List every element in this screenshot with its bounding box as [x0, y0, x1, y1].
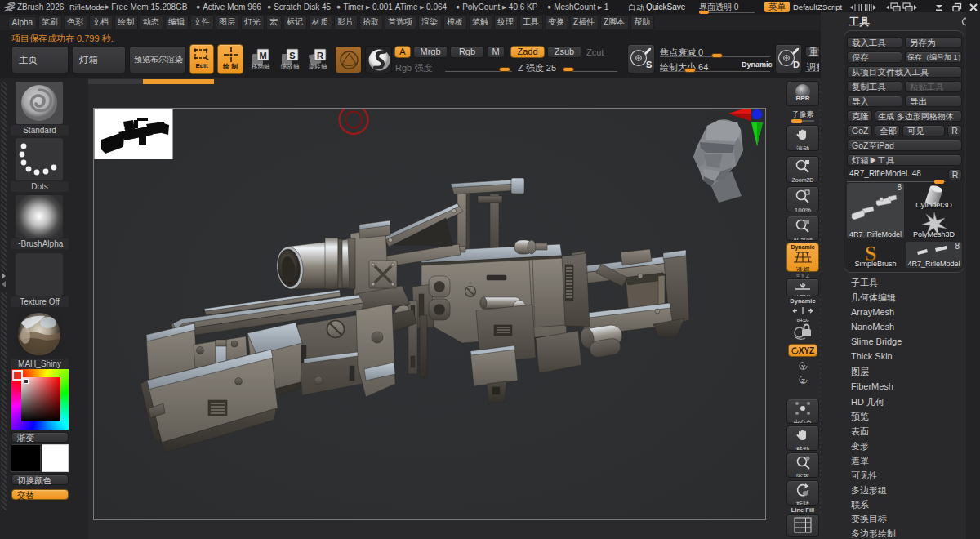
move-canvas-button[interactable]: 移动 — [786, 425, 819, 451]
draw-button[interactable]: 绘 制 — [217, 44, 243, 74]
section-masking[interactable]: 遮罩 — [851, 455, 869, 467]
rgb-button[interactable]: Rgb — [450, 46, 484, 58]
menu-file[interactable]: 文件 — [190, 15, 214, 30]
menu-dynamics[interactable]: 动态 — [140, 15, 163, 30]
menu-transform[interactable]: 变换 — [545, 15, 568, 30]
save-button[interactable]: 保存 — [847, 51, 902, 63]
zcut-label[interactable]: Zcut — [586, 47, 604, 57]
scroll-button[interactable]: 滚动 — [786, 125, 819, 151]
z-axis-button[interactable]: Z — [786, 375, 819, 385]
menu-edit[interactable]: 编辑 — [165, 15, 189, 30]
a-mode-button[interactable]: A — [394, 46, 411, 58]
current-stroke-slot[interactable]: Dots — [11, 138, 69, 192]
section-thickskin[interactable]: Thick Skin — [851, 351, 893, 361]
minimize-icon[interactable] — [933, 2, 946, 13]
rgb-intensity-handle[interactable] — [499, 67, 510, 72]
switch-color-button[interactable]: 切换颜色 — [11, 474, 69, 485]
alternate-button[interactable]: 交替 — [11, 489, 69, 500]
section-surface[interactable]: 表面 — [851, 425, 869, 438]
secondary-color-swatch[interactable] — [42, 444, 69, 472]
material-thumbnail[interactable] — [16, 311, 63, 357]
section-arraymesh[interactable]: ArrayMesh — [851, 307, 894, 317]
main-color-swatch[interactable] — [11, 444, 41, 472]
menu-stroke[interactable]: 笔触 — [469, 15, 492, 30]
export-button[interactable]: 导出 — [905, 96, 962, 107]
perspective-button[interactable]: Dynamic 透视 — [786, 243, 819, 272]
section-preview[interactable]: 预览 — [851, 411, 869, 423]
aahalf-button[interactable]: AC50% — [786, 216, 819, 241]
active-tool-slider[interactable]: 4R7_RifleModel. 48 — [847, 169, 946, 182]
section-polypaint[interactable]: 多边形绘制 — [851, 528, 896, 539]
rgb-intensity-label[interactable]: Rgb 强度 — [395, 62, 432, 74]
z-intensity-label[interactable]: Z 强度 25 — [518, 62, 556, 74]
focal-shift-handle[interactable] — [711, 53, 723, 58]
symmetry-button[interactable]: 对称 — [786, 304, 819, 322]
menu-preferences[interactable]: 首选项 — [385, 15, 416, 30]
zsub-button[interactable]: Zsub — [547, 46, 581, 58]
sculpt-size-button[interactable]: S — [627, 44, 655, 74]
shrink-ui-left-icon[interactable] — [849, 2, 862, 13]
menu-render[interactable]: 渲染 — [418, 15, 442, 30]
goz-r-button[interactable]: R — [947, 125, 962, 136]
goz-button[interactable]: GoZ — [847, 125, 872, 136]
load-from-project-button[interactable]: 从项目文件载入工具 — [847, 66, 962, 78]
cylinder3d-tool[interactable]: Cylinder3D — [906, 183, 962, 209]
goz-all-button[interactable]: 全部 — [875, 125, 900, 136]
paste-tool-button[interactable]: 粘贴工具 — [905, 81, 962, 92]
section-subtool[interactable]: 子工具 — [851, 277, 878, 289]
close-icon[interactable] — [969, 2, 978, 13]
zadd-button[interactable]: Zadd — [510, 46, 545, 58]
save-numbered-button[interactable]: 保存（编号加 1） — [905, 51, 962, 63]
spix-label[interactable]: 子像素 — [786, 109, 819, 120]
stroke-thumbnail[interactable] — [16, 138, 63, 180]
quicksave-button[interactable]: QuickSave — [646, 2, 685, 11]
y-axis-button[interactable]: Y — [786, 361, 819, 372]
menu-marker[interactable]: 标记 — [283, 15, 307, 30]
current-alpha-slot[interactable]: ~BrushAlpha — [11, 195, 69, 249]
active-tool-thumbnail[interactable]: 8 4R7_RifleModel — [847, 183, 904, 238]
home-button[interactable]: 主页 — [11, 46, 69, 74]
mrgb-button[interactable]: Mrgb — [413, 46, 448, 58]
camview-widget[interactable] — [693, 109, 763, 203]
current-material-slot[interactable]: MAH_Shiny — [11, 311, 69, 369]
gradient-button[interactable]: 渐变 — [11, 432, 69, 443]
menu-document[interactable]: 文档 — [89, 15, 113, 30]
section-deformation[interactable]: 变形 — [851, 440, 869, 452]
section-contact[interactable]: 联系 — [851, 499, 869, 511]
tool-r-button[interactable]: R — [948, 169, 962, 180]
simplebrush-tool[interactable]: S SimpleBrush — [847, 242, 904, 268]
ui-opacity-slider[interactable] — [699, 11, 709, 14]
section-fibermesh[interactable]: FiberMesh — [851, 381, 893, 391]
save-as-button[interactable]: 另存为 — [905, 37, 962, 48]
goz-ipad-button[interactable]: GoZ至iPad — [847, 140, 962, 151]
load-tool-button[interactable]: 载入工具 — [847, 37, 902, 48]
restore-icon[interactable] — [951, 2, 964, 13]
preview-boolean-button[interactable]: 预览布尔渲染 — [129, 46, 186, 74]
section-layers[interactable]: 图层 — [851, 366, 869, 378]
camera-lock-button[interactable] — [786, 322, 819, 343]
menu-brush[interactable]: 笔刷 — [38, 15, 62, 30]
copy-tool-button[interactable]: 复制工具 — [847, 81, 902, 92]
polymesh3d-tool[interactable]: PolyMesh3D — [906, 212, 962, 238]
rifle-tool-2[interactable]: 8 4R7_RifleModel — [906, 242, 962, 268]
left-tray-toggle[interactable] — [1, 273, 7, 292]
edit-button[interactable]: Edit — [189, 44, 214, 74]
floor-grid-button[interactable]: 地网格 — [786, 278, 819, 296]
color-cursor[interactable] — [24, 379, 29, 384]
saturation-value-square[interactable] — [21, 377, 60, 421]
replay-last-button[interactable]: 重复 — [805, 46, 819, 58]
expand-ui-right-icon[interactable] — [864, 2, 877, 13]
floor-axes-label[interactable]: ≡ Y Z — [786, 273, 819, 278]
menu-zscript[interactable]: Z脚本 — [600, 15, 629, 30]
lightbox-button[interactable]: 灯箱 — [72, 46, 126, 74]
left-tray-divider[interactable] — [1, 82, 7, 510]
current-texture-slot[interactable]: Texture Off — [11, 253, 69, 307]
brush-thumbnail[interactable] — [16, 82, 63, 124]
document-canvas[interactable] — [93, 108, 766, 520]
section-geometry[interactable]: 几何体编辑 — [851, 292, 896, 304]
menu-alpha[interactable]: Alpha — [8, 16, 37, 29]
dynamic-label[interactable]: Dynamic — [742, 60, 773, 69]
menu-tool[interactable]: 工具 — [519, 15, 543, 30]
menu-movie[interactable]: 影片 — [334, 15, 358, 30]
paint-size-button[interactable]: D — [775, 44, 802, 74]
